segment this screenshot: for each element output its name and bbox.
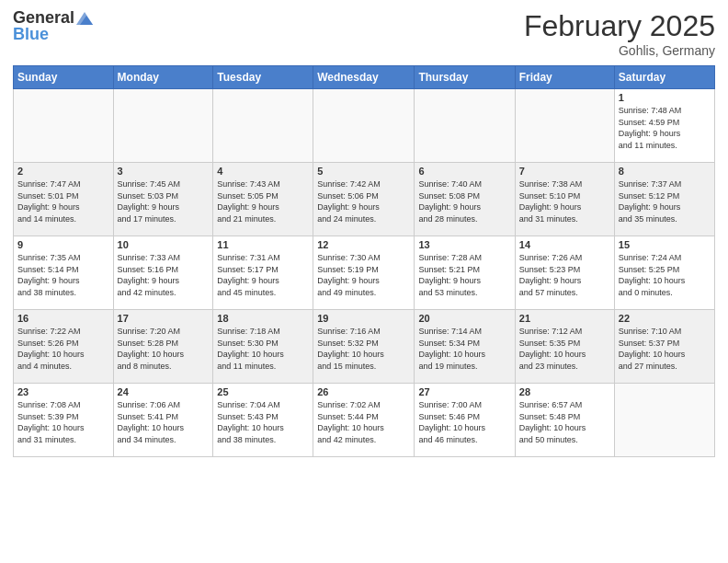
- calendar-body: 1Sunrise: 7:48 AM Sunset: 4:59 PM Daylig…: [14, 89, 715, 457]
- calendar-week-row: 1Sunrise: 7:48 AM Sunset: 4:59 PM Daylig…: [14, 89, 715, 163]
- calendar-week-row: 9Sunrise: 7:35 AM Sunset: 5:14 PM Daylig…: [14, 236, 715, 310]
- calendar-cell: 2Sunrise: 7:47 AM Sunset: 5:01 PM Daylig…: [14, 163, 114, 236]
- day-info: Sunrise: 7:28 AM Sunset: 5:21 PM Dayligh…: [418, 252, 510, 298]
- calendar-cell: 14Sunrise: 7:26 AM Sunset: 5:23 PM Dayli…: [515, 236, 614, 310]
- day-number: 19: [317, 313, 410, 324]
- page-container: General Blue February 2025 Gohlis, Germa…: [0, 0, 728, 463]
- calendar-cell: 8Sunrise: 7:37 AM Sunset: 5:12 PM Daylig…: [614, 163, 714, 236]
- calendar-cell: 7Sunrise: 7:38 AM Sunset: 5:10 PM Daylig…: [515, 163, 614, 236]
- calendar-cell: 5Sunrise: 7:42 AM Sunset: 5:06 PM Daylig…: [313, 163, 415, 236]
- calendar-cell: 21Sunrise: 7:12 AM Sunset: 5:35 PM Dayli…: [515, 310, 614, 384]
- calendar-cell: 6Sunrise: 7:40 AM Sunset: 5:08 PM Daylig…: [415, 163, 515, 236]
- day-info: Sunrise: 7:30 AM Sunset: 5:19 PM Dayligh…: [317, 252, 410, 298]
- calendar-cell: 11Sunrise: 7:31 AM Sunset: 5:17 PM Dayli…: [213, 236, 313, 310]
- calendar-cell: 23Sunrise: 7:08 AM Sunset: 5:39 PM Dayli…: [14, 384, 114, 457]
- calendar-cell: 25Sunrise: 7:04 AM Sunset: 5:43 PM Dayli…: [213, 384, 313, 457]
- day-number: 23: [17, 386, 109, 397]
- day-info: Sunrise: 7:26 AM Sunset: 5:23 PM Dayligh…: [519, 252, 610, 298]
- day-number: 18: [217, 313, 309, 324]
- calendar-cell: 15Sunrise: 7:24 AM Sunset: 5:25 PM Dayli…: [614, 236, 714, 310]
- day-number: 11: [217, 239, 309, 250]
- day-number: 7: [519, 166, 610, 177]
- col-tuesday: Tuesday: [213, 66, 313, 89]
- day-number: 21: [519, 313, 610, 324]
- calendar-cell: 20Sunrise: 7:14 AM Sunset: 5:34 PM Dayli…: [415, 310, 515, 384]
- day-info: Sunrise: 7:00 AM Sunset: 5:46 PM Dayligh…: [418, 399, 510, 445]
- calendar-cell: [415, 89, 515, 163]
- day-info: Sunrise: 7:42 AM Sunset: 5:06 PM Dayligh…: [317, 178, 410, 224]
- calendar-week-row: 16Sunrise: 7:22 AM Sunset: 5:26 PM Dayli…: [14, 310, 715, 384]
- day-info: Sunrise: 7:22 AM Sunset: 5:26 PM Dayligh…: [17, 326, 109, 372]
- calendar-cell: [14, 89, 114, 163]
- day-info: Sunrise: 7:10 AM Sunset: 5:37 PM Dayligh…: [619, 326, 711, 372]
- day-number: 6: [418, 166, 510, 177]
- title-block: February 2025 Gohlis, Germany: [524, 9, 715, 58]
- day-info: Sunrise: 7:40 AM Sunset: 5:08 PM Dayligh…: [418, 178, 510, 224]
- page-header: General Blue February 2025 Gohlis, Germa…: [13, 9, 715, 58]
- day-number: 16: [17, 313, 109, 324]
- calendar-cell: 16Sunrise: 7:22 AM Sunset: 5:26 PM Dayli…: [14, 310, 114, 384]
- day-info: Sunrise: 7:48 AM Sunset: 4:59 PM Dayligh…: [619, 105, 711, 151]
- day-info: Sunrise: 7:37 AM Sunset: 5:12 PM Dayligh…: [619, 178, 711, 224]
- day-number: 3: [118, 166, 210, 177]
- logo-icon: [76, 12, 93, 25]
- day-number: 17: [118, 313, 210, 324]
- col-monday: Monday: [113, 66, 213, 89]
- day-info: Sunrise: 7:43 AM Sunset: 5:05 PM Dayligh…: [217, 178, 309, 224]
- day-number: 12: [317, 239, 410, 250]
- col-thursday: Thursday: [415, 66, 515, 89]
- day-number: 1: [619, 92, 711, 103]
- calendar-cell: [313, 89, 415, 163]
- calendar-cell: 19Sunrise: 7:16 AM Sunset: 5:32 PM Dayli…: [313, 310, 415, 384]
- calendar-week-row: 23Sunrise: 7:08 AM Sunset: 5:39 PM Dayli…: [14, 384, 715, 457]
- day-info: Sunrise: 7:31 AM Sunset: 5:17 PM Dayligh…: [217, 252, 309, 298]
- calendar-header-row: Sunday Monday Tuesday Wednesday Thursday…: [14, 66, 715, 89]
- day-info: Sunrise: 7:14 AM Sunset: 5:34 PM Dayligh…: [418, 326, 510, 372]
- day-number: 5: [317, 166, 410, 177]
- day-number: 10: [118, 239, 210, 250]
- calendar-cell: 18Sunrise: 7:18 AM Sunset: 5:30 PM Dayli…: [213, 310, 313, 384]
- calendar-cell: 1Sunrise: 7:48 AM Sunset: 4:59 PM Daylig…: [614, 89, 714, 163]
- day-info: Sunrise: 7:16 AM Sunset: 5:32 PM Dayligh…: [317, 326, 410, 372]
- day-info: Sunrise: 7:12 AM Sunset: 5:35 PM Dayligh…: [519, 326, 610, 372]
- calendar-week-row: 2Sunrise: 7:47 AM Sunset: 5:01 PM Daylig…: [14, 163, 715, 236]
- calendar-cell: 26Sunrise: 7:02 AM Sunset: 5:44 PM Dayli…: [313, 384, 415, 457]
- day-info: Sunrise: 7:35 AM Sunset: 5:14 PM Dayligh…: [17, 252, 109, 298]
- day-info: Sunrise: 7:45 AM Sunset: 5:03 PM Dayligh…: [118, 178, 210, 224]
- col-wednesday: Wednesday: [313, 66, 415, 89]
- calendar-table: Sunday Monday Tuesday Wednesday Thursday…: [13, 65, 715, 457]
- calendar-cell: 22Sunrise: 7:10 AM Sunset: 5:37 PM Dayli…: [614, 310, 714, 384]
- day-number: 15: [619, 239, 711, 250]
- day-number: 13: [418, 239, 510, 250]
- calendar-cell: [614, 384, 714, 457]
- day-number: 2: [17, 166, 109, 177]
- month-title: February 2025: [524, 9, 715, 43]
- day-info: Sunrise: 7:38 AM Sunset: 5:10 PM Dayligh…: [519, 178, 610, 224]
- day-info: Sunrise: 7:33 AM Sunset: 5:16 PM Dayligh…: [118, 252, 210, 298]
- day-info: Sunrise: 7:04 AM Sunset: 5:43 PM Dayligh…: [217, 399, 309, 445]
- logo: General Blue: [13, 9, 93, 44]
- day-info: Sunrise: 7:02 AM Sunset: 5:44 PM Dayligh…: [317, 399, 410, 445]
- day-info: Sunrise: 7:24 AM Sunset: 5:25 PM Dayligh…: [619, 252, 711, 298]
- day-number: 24: [118, 386, 210, 397]
- col-friday: Friday: [515, 66, 614, 89]
- day-number: 27: [418, 386, 510, 397]
- day-info: Sunrise: 7:06 AM Sunset: 5:41 PM Dayligh…: [118, 399, 210, 445]
- calendar-cell: 3Sunrise: 7:45 AM Sunset: 5:03 PM Daylig…: [113, 163, 213, 236]
- day-number: 26: [317, 386, 410, 397]
- day-info: Sunrise: 7:08 AM Sunset: 5:39 PM Dayligh…: [17, 399, 109, 445]
- calendar-cell: 27Sunrise: 7:00 AM Sunset: 5:46 PM Dayli…: [415, 384, 515, 457]
- logo-text-blue: Blue: [13, 26, 49, 44]
- calendar-cell: 9Sunrise: 7:35 AM Sunset: 5:14 PM Daylig…: [14, 236, 114, 310]
- location: Gohlis, Germany: [524, 43, 715, 58]
- col-sunday: Sunday: [14, 66, 114, 89]
- day-number: 14: [519, 239, 610, 250]
- calendar-cell: 4Sunrise: 7:43 AM Sunset: 5:05 PM Daylig…: [213, 163, 313, 236]
- calendar-cell: 12Sunrise: 7:30 AM Sunset: 5:19 PM Dayli…: [313, 236, 415, 310]
- day-number: 20: [418, 313, 510, 324]
- calendar-cell: [515, 89, 614, 163]
- day-info: Sunrise: 7:20 AM Sunset: 5:28 PM Dayligh…: [118, 326, 210, 372]
- calendar-cell: 17Sunrise: 7:20 AM Sunset: 5:28 PM Dayli…: [113, 310, 213, 384]
- calendar-cell: 28Sunrise: 6:57 AM Sunset: 5:48 PM Dayli…: [515, 384, 614, 457]
- day-number: 22: [619, 313, 711, 324]
